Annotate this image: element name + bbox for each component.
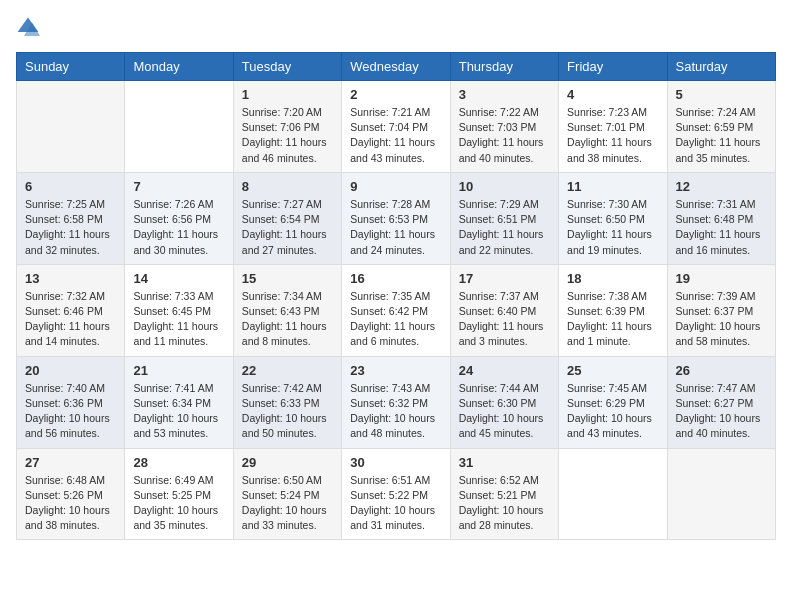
sunset: Sunset: 6:56 PM <box>133 213 211 225</box>
day-number: 22 <box>242 363 333 378</box>
sunset: Sunset: 5:21 PM <box>459 489 537 501</box>
calendar-cell: 19 Sunrise: 7:39 AM Sunset: 6:37 PM Dayl… <box>667 264 775 356</box>
day-info: Sunrise: 6:51 AM Sunset: 5:22 PM Dayligh… <box>350 473 441 534</box>
sunrise: Sunrise: 6:50 AM <box>242 474 322 486</box>
daylight: Daylight: 10 hours and 48 minutes. <box>350 412 435 439</box>
sunrise: Sunrise: 7:47 AM <box>676 382 756 394</box>
day-number: 17 <box>459 271 550 286</box>
day-number: 9 <box>350 179 441 194</box>
logo-icon <box>16 16 40 40</box>
daylight: Daylight: 10 hours and 31 minutes. <box>350 504 435 531</box>
calendar-cell: 29 Sunrise: 6:50 AM Sunset: 5:24 PM Dayl… <box>233 448 341 540</box>
day-info: Sunrise: 7:20 AM Sunset: 7:06 PM Dayligh… <box>242 105 333 166</box>
day-info: Sunrise: 7:26 AM Sunset: 6:56 PM Dayligh… <box>133 197 224 258</box>
sunset: Sunset: 6:29 PM <box>567 397 645 409</box>
day-number: 28 <box>133 455 224 470</box>
daylight: Daylight: 11 hours and 16 minutes. <box>676 228 761 255</box>
sunset: Sunset: 6:43 PM <box>242 305 320 317</box>
calendar-cell: 28 Sunrise: 6:49 AM Sunset: 5:25 PM Dayl… <box>125 448 233 540</box>
calendar-cell: 31 Sunrise: 6:52 AM Sunset: 5:21 PM Dayl… <box>450 448 558 540</box>
day-number: 15 <box>242 271 333 286</box>
calendar-cell: 25 Sunrise: 7:45 AM Sunset: 6:29 PM Dayl… <box>559 356 667 448</box>
daylight: Daylight: 11 hours and 22 minutes. <box>459 228 544 255</box>
day-number: 25 <box>567 363 658 378</box>
daylight: Daylight: 11 hours and 11 minutes. <box>133 320 218 347</box>
sunset: Sunset: 5:26 PM <box>25 489 103 501</box>
weekday-header-thursday: Thursday <box>450 53 558 81</box>
day-number: 7 <box>133 179 224 194</box>
day-number: 10 <box>459 179 550 194</box>
day-number: 19 <box>676 271 767 286</box>
daylight: Daylight: 10 hours and 53 minutes. <box>133 412 218 439</box>
sunrise: Sunrise: 7:35 AM <box>350 290 430 302</box>
page-header <box>16 16 776 40</box>
calendar-cell: 12 Sunrise: 7:31 AM Sunset: 6:48 PM Dayl… <box>667 172 775 264</box>
sunset: Sunset: 6:39 PM <box>567 305 645 317</box>
day-info: Sunrise: 6:52 AM Sunset: 5:21 PM Dayligh… <box>459 473 550 534</box>
calendar-week-2: 6 Sunrise: 7:25 AM Sunset: 6:58 PM Dayli… <box>17 172 776 264</box>
day-info: Sunrise: 7:41 AM Sunset: 6:34 PM Dayligh… <box>133 381 224 442</box>
calendar-cell: 9 Sunrise: 7:28 AM Sunset: 6:53 PM Dayli… <box>342 172 450 264</box>
day-number: 5 <box>676 87 767 102</box>
daylight: Daylight: 11 hours and 40 minutes. <box>459 136 544 163</box>
calendar-week-3: 13 Sunrise: 7:32 AM Sunset: 6:46 PM Dayl… <box>17 264 776 356</box>
sunset: Sunset: 6:42 PM <box>350 305 428 317</box>
sunrise: Sunrise: 7:41 AM <box>133 382 213 394</box>
day-number: 16 <box>350 271 441 286</box>
sunrise: Sunrise: 7:30 AM <box>567 198 647 210</box>
sunrise: Sunrise: 7:37 AM <box>459 290 539 302</box>
calendar-cell: 23 Sunrise: 7:43 AM Sunset: 6:32 PM Dayl… <box>342 356 450 448</box>
day-info: Sunrise: 7:34 AM Sunset: 6:43 PM Dayligh… <box>242 289 333 350</box>
day-number: 30 <box>350 455 441 470</box>
calendar-cell: 3 Sunrise: 7:22 AM Sunset: 7:03 PM Dayli… <box>450 81 558 173</box>
sunrise: Sunrise: 7:31 AM <box>676 198 756 210</box>
day-number: 4 <box>567 87 658 102</box>
weekday-header-tuesday: Tuesday <box>233 53 341 81</box>
day-info: Sunrise: 7:38 AM Sunset: 6:39 PM Dayligh… <box>567 289 658 350</box>
daylight: Daylight: 11 hours and 1 minute. <box>567 320 652 347</box>
calendar-cell <box>17 81 125 173</box>
daylight: Daylight: 10 hours and 45 minutes. <box>459 412 544 439</box>
sunset: Sunset: 5:25 PM <box>133 489 211 501</box>
weekday-header-saturday: Saturday <box>667 53 775 81</box>
calendar-table: SundayMondayTuesdayWednesdayThursdayFrid… <box>16 52 776 540</box>
daylight: Daylight: 11 hours and 32 minutes. <box>25 228 110 255</box>
day-info: Sunrise: 7:25 AM Sunset: 6:58 PM Dayligh… <box>25 197 116 258</box>
sunrise: Sunrise: 7:42 AM <box>242 382 322 394</box>
sunset: Sunset: 6:59 PM <box>676 121 754 133</box>
day-number: 3 <box>459 87 550 102</box>
sunset: Sunset: 6:36 PM <box>25 397 103 409</box>
sunset: Sunset: 6:33 PM <box>242 397 320 409</box>
daylight: Daylight: 10 hours and 33 minutes. <box>242 504 327 531</box>
calendar-week-1: 1 Sunrise: 7:20 AM Sunset: 7:06 PM Dayli… <box>17 81 776 173</box>
day-info: Sunrise: 7:47 AM Sunset: 6:27 PM Dayligh… <box>676 381 767 442</box>
day-number: 27 <box>25 455 116 470</box>
day-number: 24 <box>459 363 550 378</box>
sunset: Sunset: 6:34 PM <box>133 397 211 409</box>
sunrise: Sunrise: 6:51 AM <box>350 474 430 486</box>
sunrise: Sunrise: 7:45 AM <box>567 382 647 394</box>
daylight: Daylight: 11 hours and 24 minutes. <box>350 228 435 255</box>
calendar-cell: 10 Sunrise: 7:29 AM Sunset: 6:51 PM Dayl… <box>450 172 558 264</box>
sunset: Sunset: 6:50 PM <box>567 213 645 225</box>
sunrise: Sunrise: 6:52 AM <box>459 474 539 486</box>
calendar-cell <box>125 81 233 173</box>
sunrise: Sunrise: 7:27 AM <box>242 198 322 210</box>
sunset: Sunset: 6:46 PM <box>25 305 103 317</box>
calendar-cell: 4 Sunrise: 7:23 AM Sunset: 7:01 PM Dayli… <box>559 81 667 173</box>
calendar-cell: 27 Sunrise: 6:48 AM Sunset: 5:26 PM Dayl… <box>17 448 125 540</box>
daylight: Daylight: 11 hours and 30 minutes. <box>133 228 218 255</box>
sunrise: Sunrise: 7:33 AM <box>133 290 213 302</box>
calendar-cell <box>559 448 667 540</box>
daylight: Daylight: 11 hours and 19 minutes. <box>567 228 652 255</box>
day-number: 11 <box>567 179 658 194</box>
daylight: Daylight: 11 hours and 43 minutes. <box>350 136 435 163</box>
daylight: Daylight: 11 hours and 14 minutes. <box>25 320 110 347</box>
sunrise: Sunrise: 7:32 AM <box>25 290 105 302</box>
weekday-header-sunday: Sunday <box>17 53 125 81</box>
sunrise: Sunrise: 7:38 AM <box>567 290 647 302</box>
day-number: 12 <box>676 179 767 194</box>
daylight: Daylight: 10 hours and 28 minutes. <box>459 504 544 531</box>
calendar-cell: 2 Sunrise: 7:21 AM Sunset: 7:04 PM Dayli… <box>342 81 450 173</box>
calendar-cell: 6 Sunrise: 7:25 AM Sunset: 6:58 PM Dayli… <box>17 172 125 264</box>
